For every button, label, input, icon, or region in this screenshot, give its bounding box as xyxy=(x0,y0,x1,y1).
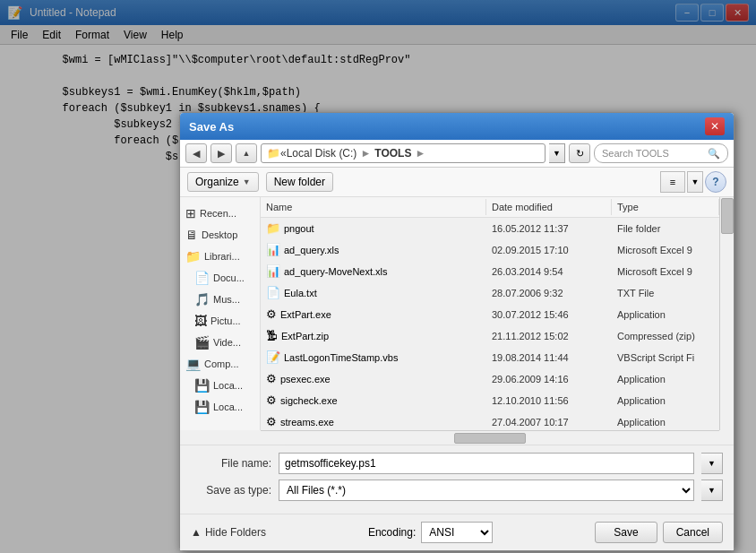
documents-label: Docu... xyxy=(213,272,245,283)
up-button[interactable]: ▲ xyxy=(236,143,257,163)
column-header-date[interactable]: Date modified xyxy=(486,199,612,215)
file-row-psexec[interactable]: ⚙psexec.exe 29.06.2009 14:16 Application xyxy=(261,368,719,390)
savetype-label: Save as type: xyxy=(191,484,271,497)
desktop-label: Desktop xyxy=(202,229,237,240)
savetype-row: Save as type: All Files (*.*) ▼ xyxy=(191,480,723,501)
hide-folders-button[interactable]: ▲ Hide Folders xyxy=(191,526,266,539)
left-panel-documents[interactable]: 📄 Docu... xyxy=(180,267,260,289)
dialog-actions: ▲ Hide Folders Encoding: ANSI Save Cance… xyxy=(180,514,734,550)
computer-icon: 💻 xyxy=(185,357,201,371)
search-placeholder: Search TOOLS xyxy=(602,148,669,159)
folder-icon-pngout: 📁 xyxy=(266,221,280,235)
dialog-titlebar: Save As ✕ xyxy=(180,113,734,140)
exe-icon-4: ⚙ xyxy=(266,415,277,428)
exe-icon-1: ⚙ xyxy=(266,307,277,321)
file-row-extpart-zip[interactable]: 🗜ExtPart.zip 21.11.2012 15:02 Compressed… xyxy=(261,325,719,347)
music-icon: 🎵 xyxy=(194,292,210,307)
pictures-icon: 🖼 xyxy=(194,314,207,328)
column-header-name[interactable]: Name xyxy=(261,199,486,215)
horizontal-scrollbar[interactable] xyxy=(261,430,719,445)
savetype-dropdown[interactable]: ▼ xyxy=(701,480,723,501)
view-dropdown-button[interactable]: ▼ xyxy=(687,171,703,193)
path-local-disk: Local Disk (C:) xyxy=(287,147,357,160)
encoding-select[interactable]: ANSI xyxy=(421,522,493,543)
hide-folders-icon: ▲ xyxy=(191,526,202,539)
search-box[interactable]: Search TOOLS 🔍 xyxy=(594,143,728,163)
file-row-pngout[interactable]: 📁pngout 16.05.2012 11:37 File folder xyxy=(261,218,719,239)
horizontal-scrollbar-thumb[interactable] xyxy=(454,433,526,444)
left-panel-videos[interactable]: 🎬 Vide... xyxy=(180,332,260,353)
folder-icon: 📁 xyxy=(267,147,280,160)
dialog-title: Save As xyxy=(189,120,234,134)
local2-label: Loca... xyxy=(213,402,243,412)
vbs-icon: 📝 xyxy=(266,350,280,364)
file-row-eula[interactable]: 📄Eula.txt 28.07.2006 9:32 TXT File xyxy=(261,282,719,304)
filename-input[interactable] xyxy=(279,453,694,474)
file-row-lastlogon[interactable]: 📝LastLogonTimeStamp.vbs 19.08.2014 11:44… xyxy=(261,347,719,368)
local1-label: Loca... xyxy=(213,380,243,391)
scrollbar-thumb[interactable] xyxy=(721,198,734,234)
path-tools: TOOLS xyxy=(374,147,411,160)
documents-icon: 📄 xyxy=(194,271,210,285)
view-mode-button[interactable]: ≡ xyxy=(660,171,685,193)
save-button[interactable]: Save xyxy=(595,522,657,543)
file-row-extpart-exe[interactable]: ⚙ExtPart.exe 30.07.2012 15:46 Applicatio… xyxy=(261,304,719,325)
excel-icon-1: 📊 xyxy=(266,243,280,256)
file-row-streams[interactable]: ⚙streams.exe 27.04.2007 10:17 Applicatio… xyxy=(261,411,719,430)
zip-icon: 🗜 xyxy=(266,329,278,342)
txt-icon: 📄 xyxy=(266,286,280,299)
encoding-area: Encoding: ANSI xyxy=(368,522,493,543)
address-bar: ◀ ▶ ▲ 📁 « Local Disk (C:) ► TOOLS ► ▼ ↻ … xyxy=(180,140,734,168)
left-panel-pictures[interactable]: 🖼 Pictu... xyxy=(180,310,260,332)
left-panel-music[interactable]: 🎵 Mus... xyxy=(180,289,260,310)
path-segment-1: « xyxy=(280,147,287,160)
organize-button[interactable]: Organize ▼ xyxy=(187,172,259,192)
left-panel-libraries[interactable]: 📁 Librari... xyxy=(180,246,260,267)
refresh-button[interactable]: ↻ xyxy=(569,143,590,163)
exe-icon-2: ⚙ xyxy=(266,372,277,385)
help-button[interactable]: ? xyxy=(705,171,726,193)
desktop-icon: 🖥 xyxy=(185,228,198,242)
file-row-ad-query[interactable]: 📊ad_query.xls 02.09.2015 17:10 Microsoft… xyxy=(261,239,719,261)
exe-icon-3: ⚙ xyxy=(266,393,277,407)
local1-icon: 💾 xyxy=(194,378,210,393)
excel-icon-2: 📊 xyxy=(266,264,280,278)
file-row-sigcheck[interactable]: ⚙sigcheck.exe 12.10.2010 11:56 Applicati… xyxy=(261,390,719,411)
organize-dropdown-icon: ▼ xyxy=(243,177,251,186)
view-toggle: ≡ ▼ ? xyxy=(660,171,726,193)
search-icon: 🔍 xyxy=(708,148,720,160)
column-header-type[interactable]: Type xyxy=(612,199,719,215)
encoding-label: Encoding: xyxy=(368,526,416,539)
recent-icon: ⊞ xyxy=(185,206,196,220)
cancel-button[interactable]: Cancel xyxy=(663,522,723,543)
left-panel-computer[interactable]: 💻 Comp... xyxy=(180,353,260,375)
address-path[interactable]: 📁 « Local Disk (C:) ► TOOLS ► xyxy=(261,143,546,163)
new-folder-label: New folder xyxy=(274,176,325,188)
filename-row: File name: ▼ xyxy=(191,453,723,474)
dialog-close-button[interactable]: ✕ xyxy=(705,117,725,135)
action-buttons: Save Cancel xyxy=(595,522,723,543)
path-separator-1: ► xyxy=(360,147,371,160)
left-panel-local2[interactable]: 💾 Loca... xyxy=(180,396,260,418)
libraries-icon: 📁 xyxy=(185,249,201,264)
file-row-ad-query-movenext[interactable]: 📊ad_query-MoveNext.xls 26.03.2014 9:54 M… xyxy=(261,261,719,282)
back-button[interactable]: ◀ xyxy=(185,143,207,163)
filename-label: File name: xyxy=(191,457,271,470)
filename-dropdown[interactable]: ▼ xyxy=(701,453,723,474)
savetype-select[interactable]: All Files (*.*) xyxy=(279,480,694,501)
local2-icon: 💾 xyxy=(194,400,210,414)
scrollbar[interactable] xyxy=(719,197,734,430)
videos-icon: 🎬 xyxy=(194,335,210,350)
left-panel: ⊞ Recen... 🖥 Desktop 📁 Librari... 📄 Docu… xyxy=(180,197,261,430)
pictures-label: Pictu... xyxy=(210,315,241,326)
recent-label: Recen... xyxy=(200,208,236,219)
path-separator-2: ► xyxy=(415,147,425,160)
address-dropdown[interactable]: ▼ xyxy=(549,143,565,163)
left-panel-local1[interactable]: 💾 Loca... xyxy=(180,375,260,396)
computer-label: Comp... xyxy=(204,359,239,369)
left-panel-desktop[interactable]: 🖥 Desktop xyxy=(180,224,260,246)
left-panel-recent[interactable]: ⊞ Recen... xyxy=(180,203,260,224)
forward-button[interactable]: ▶ xyxy=(210,143,232,163)
new-folder-button[interactable]: New folder xyxy=(266,172,333,192)
libraries-label: Librari... xyxy=(204,251,240,262)
